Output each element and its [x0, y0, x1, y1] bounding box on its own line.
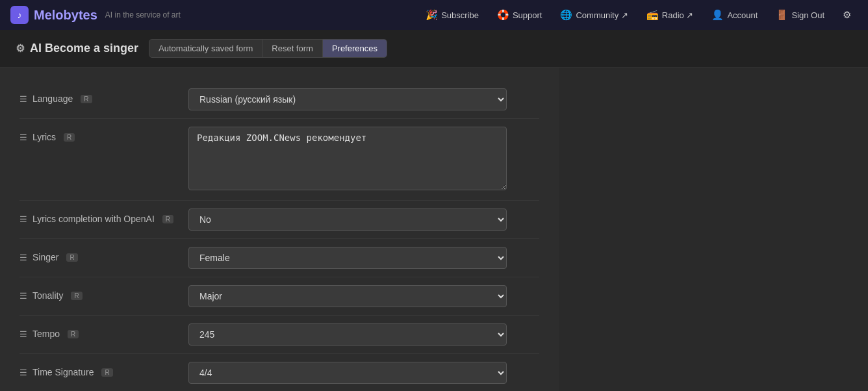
- time-signature-row: ☰ Time Signature R 4/4 3/4 6/8 2/4: [19, 354, 539, 391]
- brand-name: Melobytes: [34, 8, 97, 23]
- reset-form-button[interactable]: Reset form: [262, 40, 323, 57]
- tonality-row: ☰ Tonality R Major Minor: [19, 277, 539, 316]
- subscribe-icon: 🎉: [426, 9, 438, 21]
- gear-icon: ⚙: [843, 9, 851, 21]
- language-control: Russian (русский язык) English French Ge…: [188, 88, 539, 110]
- lyrics-required: R: [64, 133, 75, 142]
- language-select[interactable]: Russian (русский язык) English French Ge…: [188, 88, 507, 110]
- singer-field-icon: ☰: [19, 253, 27, 262]
- radio-icon: 📻: [646, 9, 659, 21]
- account-icon: 👤: [711, 9, 724, 21]
- community-icon: 🌐: [560, 9, 572, 21]
- time-signature-select[interactable]: 4/4 3/4 6/8 2/4: [188, 362, 507, 384]
- support-icon: 🛟: [497, 9, 509, 21]
- nav-community[interactable]: 🌐 Community ↗: [554, 5, 634, 25]
- lyrics-textarea[interactable]: Редакция ZOOM.CNews рекомендует: [188, 127, 507, 190]
- preferences-button[interactable]: Preferences: [323, 40, 387, 57]
- lyrics-label: ☰ Lyrics R: [19, 127, 188, 142]
- signout-icon: 🚪: [776, 9, 788, 21]
- lyrics-control: Редакция ZOOM.CNews рекомендует: [188, 127, 539, 192]
- tempo-row: ☰ Tempo R 6080100 120140160 180200220 24…: [19, 316, 539, 354]
- auto-save-button[interactable]: Automatically saved form: [149, 40, 262, 57]
- tempo-field-icon: ☰: [19, 329, 27, 339]
- main-content: ☰ Language R Russian (русский язык) Engl…: [0, 68, 559, 391]
- lyrics-completion-icon: ☰: [19, 214, 27, 224]
- tonality-control: Major Minor: [188, 285, 539, 307]
- tempo-select[interactable]: 6080100 120140160 180200220 245260280: [188, 323, 507, 346]
- tempo-required: R: [68, 330, 79, 338]
- lyrics-completion-select[interactable]: No Yes: [188, 208, 507, 231]
- tonality-select[interactable]: Major Minor: [188, 285, 507, 307]
- nav-signout[interactable]: 🚪 Sign Out: [769, 5, 831, 25]
- lyrics-row: ☰ Lyrics R Редакция ZOOM.CNews рекоменду…: [19, 119, 539, 201]
- nav-support[interactable]: 🛟 Support: [491, 5, 549, 25]
- lyrics-completion-label: ☰ Lyrics completion with OpenAI R: [19, 208, 188, 224]
- navbar: ♪ Melobytes AI in the service of art 🎉 S…: [0, 0, 868, 30]
- time-signature-control: 4/4 3/4 6/8 2/4: [188, 362, 539, 384]
- nav-account[interactable]: 👤 Account: [705, 5, 764, 25]
- tonality-label: ☰ Tonality R: [19, 285, 188, 301]
- page-title-icon: ⚙: [16, 42, 25, 55]
- time-signature-label: ☰ Time Signature R: [19, 362, 188, 377]
- nav-gear[interactable]: ⚙: [836, 5, 858, 25]
- time-signature-icon: ☰: [19, 368, 27, 377]
- tonality-field-icon: ☰: [19, 291, 27, 301]
- singer-control: Female Male: [188, 247, 539, 269]
- singer-row: ☰ Singer R Female Male: [19, 239, 539, 277]
- logo[interactable]: ♪ Melobytes AI in the service of art: [10, 6, 181, 24]
- lyrics-completion-required: R: [162, 215, 173, 223]
- language-label: ☰ Language R: [19, 88, 188, 104]
- singer-select[interactable]: Female Male: [188, 247, 507, 269]
- language-field-icon: ☰: [19, 94, 27, 104]
- lyrics-completion-control: No Yes: [188, 208, 539, 231]
- page-title: AI Become a singer: [30, 42, 138, 55]
- page-title-area: ⚙ AI Become a singer: [16, 42, 138, 55]
- brand-tagline: AI in the service of art: [105, 10, 181, 19]
- nav-radio[interactable]: 📻 Radio ↗: [640, 5, 700, 25]
- tonality-required: R: [71, 292, 82, 300]
- language-required: R: [81, 95, 92, 103]
- nav-subscribe[interactable]: 🎉 Subscribe: [419, 5, 485, 25]
- lyrics-field-icon: ☰: [19, 132, 27, 142]
- language-row: ☰ Language R Russian (русский язык) Engl…: [19, 81, 539, 119]
- lyrics-completion-row: ☰ Lyrics completion with OpenAI R No Yes: [19, 201, 539, 239]
- tempo-control: 6080100 120140160 180200220 245260280: [188, 323, 539, 346]
- logo-icon: ♪: [10, 6, 29, 24]
- subheader: ⚙ AI Become a singer Automatically saved…: [0, 30, 868, 68]
- time-signature-required: R: [101, 368, 112, 377]
- action-bar: Automatically saved form Reset form Pref…: [149, 39, 387, 58]
- tempo-label: ☰ Tempo R: [19, 323, 188, 339]
- singer-label: ☰ Singer R: [19, 247, 188, 262]
- singer-required: R: [66, 253, 77, 262]
